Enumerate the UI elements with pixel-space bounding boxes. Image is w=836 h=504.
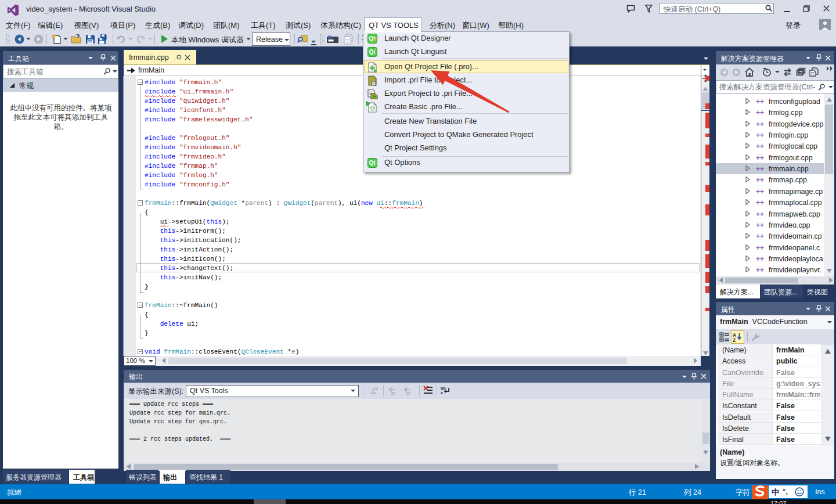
- svg-text:c: c: [441, 390, 443, 395]
- svg-text:Z: Z: [733, 337, 736, 343]
- svg-text:Qt: Qt: [369, 160, 376, 166]
